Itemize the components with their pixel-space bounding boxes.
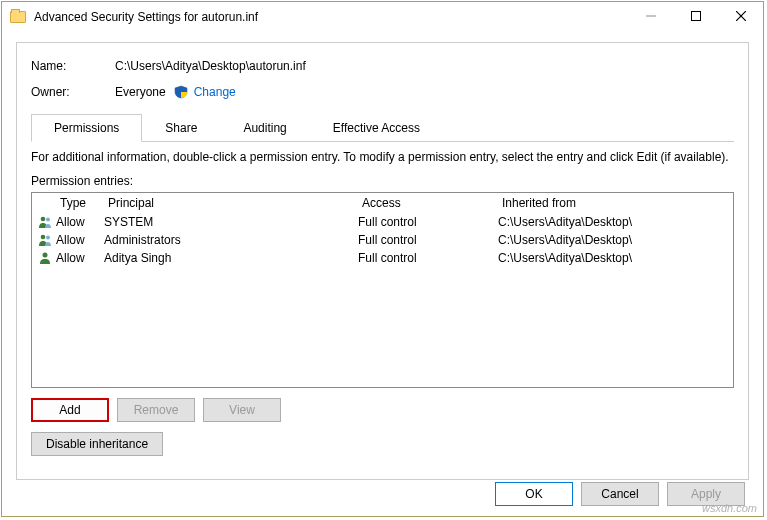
cell-type: Allow	[56, 233, 104, 247]
tab-effective-access[interactable]: Effective Access	[310, 114, 443, 142]
owner-row: Owner: Everyone Change	[31, 85, 734, 99]
name-label: Name:	[31, 59, 115, 73]
cell-inherited: C:\Users\Aditya\Desktop\	[498, 251, 733, 265]
cell-access: Full control	[358, 215, 498, 229]
shield-icon	[174, 85, 188, 99]
table-row[interactable]: AllowAditya SinghFull controlC:\Users\Ad…	[32, 249, 733, 267]
header-principal[interactable]: Principal	[108, 196, 362, 210]
cell-principal: Aditya Singh	[104, 251, 358, 265]
cell-access: Full control	[358, 233, 498, 247]
svg-point-6	[41, 235, 46, 240]
permission-entries-table: Type Principal Access Inherited from All…	[31, 192, 734, 388]
cell-inherited: C:\Users\Aditya\Desktop\	[498, 215, 733, 229]
owner-label: Owner:	[31, 85, 115, 99]
entry-buttons: Add Remove View	[31, 398, 734, 422]
svg-point-4	[41, 217, 46, 222]
table-body: AllowSYSTEMFull controlC:\Users\Aditya\D…	[32, 213, 733, 267]
users-group-icon	[36, 214, 56, 230]
header-access[interactable]: Access	[362, 196, 502, 210]
remove-button[interactable]: Remove	[117, 398, 195, 422]
add-button[interactable]: Add	[31, 398, 109, 422]
tab-auditing[interactable]: Auditing	[220, 114, 309, 142]
cell-type: Allow	[56, 215, 104, 229]
security-settings-window: Advanced Security Settings for autorun.i…	[1, 1, 764, 517]
user-icon	[36, 250, 56, 266]
ok-button[interactable]: OK	[495, 482, 573, 506]
table-header: Type Principal Access Inherited from	[32, 193, 733, 213]
owner-value: Everyone	[115, 85, 166, 99]
cell-inherited: C:\Users\Aditya\Desktop\	[498, 233, 733, 247]
inheritance-buttons: Disable inheritance	[31, 432, 734, 456]
change-link[interactable]: Change	[194, 85, 236, 99]
cell-type: Allow	[56, 251, 104, 265]
maximize-button[interactable]	[673, 2, 718, 30]
svg-rect-1	[691, 12, 700, 21]
titlebar: Advanced Security Settings for autorun.i…	[2, 2, 763, 32]
tab-permissions[interactable]: Permissions	[31, 114, 142, 142]
header-inherited[interactable]: Inherited from	[502, 196, 733, 210]
header-type[interactable]: Type	[60, 196, 108, 210]
cancel-button[interactable]: Cancel	[581, 482, 659, 506]
instructions-text: For additional information, double-click…	[31, 150, 734, 164]
cell-principal: SYSTEM	[104, 215, 358, 229]
name-value: C:\Users\Aditya\Desktop\autorun.inf	[115, 59, 306, 73]
window-controls	[628, 2, 763, 32]
watermark: wsxdn.com	[702, 502, 757, 514]
table-row[interactable]: AllowAdministratorsFull controlC:\Users\…	[32, 231, 733, 249]
folder-icon	[10, 11, 26, 23]
svg-point-8	[43, 253, 48, 258]
entries-label: Permission entries:	[31, 174, 734, 188]
users-group-icon	[36, 232, 56, 248]
name-row: Name: C:\Users\Aditya\Desktop\autorun.in…	[31, 59, 734, 73]
svg-point-7	[46, 236, 50, 240]
tab-share[interactable]: Share	[142, 114, 220, 142]
table-row[interactable]: AllowSYSTEMFull controlC:\Users\Aditya\D…	[32, 213, 733, 231]
minimize-button[interactable]	[628, 2, 673, 30]
svg-point-5	[46, 218, 50, 222]
disable-inheritance-button[interactable]: Disable inheritance	[31, 432, 163, 456]
view-button[interactable]: View	[203, 398, 281, 422]
close-button[interactable]	[718, 2, 763, 30]
content-panel: Name: C:\Users\Aditya\Desktop\autorun.in…	[16, 42, 749, 480]
window-title: Advanced Security Settings for autorun.i…	[34, 10, 628, 24]
cell-access: Full control	[358, 251, 498, 265]
tabs: Permissions Share Auditing Effective Acc…	[31, 113, 734, 142]
cell-principal: Administrators	[104, 233, 358, 247]
